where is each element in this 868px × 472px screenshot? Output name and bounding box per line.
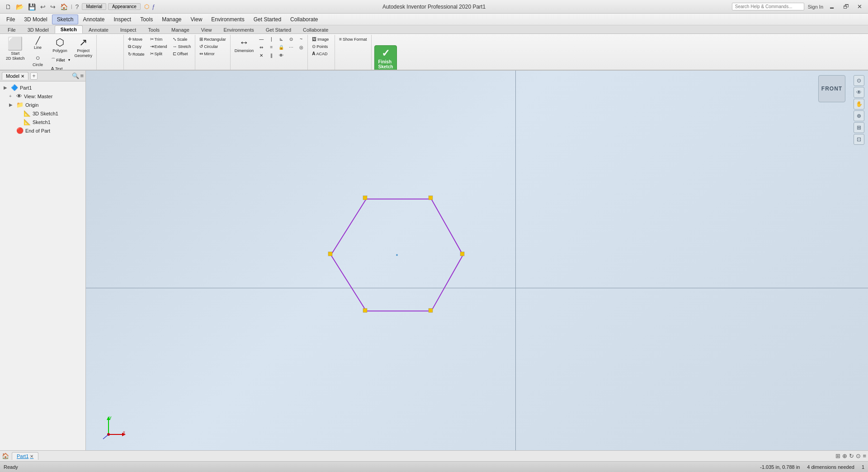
model-tab[interactable]: Model ✕ — [2, 72, 28, 80]
mirror-button[interactable]: ⇔Mirror — [197, 50, 228, 57]
ribbon-tab-view[interactable]: View — [195, 26, 218, 33]
line-button[interactable]: ╱ Line — [28, 36, 48, 52]
ribbon-tab-tools[interactable]: Tools — [142, 26, 165, 33]
menu-item-environments[interactable]: Environments — [207, 15, 249, 24]
material-dropdown[interactable]: Material — [82, 3, 106, 10]
menu-item-get-started[interactable]: Get Started — [249, 15, 286, 24]
start-2d-sketch-button[interactable]: ⬜ Start2D Sketch — [4, 36, 27, 63]
appearance-dropdown[interactable]: Appearance — [108, 3, 141, 10]
tree-options-icon[interactable]: ≡ — [80, 72, 84, 79]
ribbon-tab-file[interactable]: File — [2, 26, 22, 33]
menu-item-3d-model[interactable]: 3D Model — [19, 15, 52, 24]
move-button[interactable]: ✛Move — [126, 36, 147, 43]
ribbon-tab-sketch[interactable]: Sketch — [55, 25, 83, 33]
ribbon-tab-collaborate[interactable]: Collaborate — [297, 26, 334, 33]
image-button[interactable]: 🖼Image — [310, 36, 331, 43]
restore-button[interactable]: 🗗 — [841, 2, 851, 11]
project-geometry-button[interactable]: ↗ ProjectGeometry — [72, 36, 95, 60]
rotate-button[interactable]: ↻Rotate — [126, 51, 147, 57]
smooth-button[interactable]: ~ — [297, 36, 306, 43]
open-icon[interactable]: 📂 — [14, 2, 25, 11]
parallel-button[interactable]: ∥ — [267, 52, 276, 59]
model-tab-close[interactable]: ✕ — [21, 74, 24, 79]
trim-button[interactable]: ✂Trim — [148, 36, 170, 43]
fillet-arrow[interactable]: ▾ — [67, 57, 71, 63]
new-icon[interactable]: 🗋 — [4, 2, 13, 11]
tree-item-3d-sketch1[interactable]: 📐3D Sketch1 — [0, 109, 85, 118]
view-cube[interactable]: FRONT — [818, 75, 845, 102]
menu-item-tools[interactable]: Tools — [136, 15, 157, 24]
acad-button[interactable]: AACAD — [310, 50, 331, 57]
menu-item-manage[interactable]: Manage — [157, 15, 186, 24]
polygon-button[interactable]: ⬡ Polygon — [49, 36, 71, 55]
menu-item-file[interactable]: File — [2, 15, 19, 24]
menu-item-annotate[interactable]: Annotate — [78, 15, 109, 24]
menu-item-collaborate[interactable]: Collaborate — [286, 15, 322, 24]
ribbon-tab-environments[interactable]: Environments — [218, 26, 260, 33]
tree-expander-part1[interactable]: ▶ — [4, 85, 9, 90]
rotate-view-icon[interactable]: ↻ — [849, 453, 854, 459]
symmetric-button[interactable]: ⇔ — [257, 44, 266, 51]
ribbon-tab-3d-model[interactable]: 3D Model — [22, 26, 55, 33]
fix-button[interactable]: 🔒 — [277, 44, 286, 51]
show-format-button[interactable]: ≡Show Format — [337, 36, 369, 43]
tree-item-origin[interactable]: ▶📁Origin — [0, 100, 85, 109]
finish-sketch-button[interactable]: ✓ FinishSketch — [374, 45, 397, 71]
zoom-all-button[interactable]: ⊞ — [854, 122, 864, 133]
vertical-constraint-button[interactable]: | — [267, 36, 276, 43]
show-constraints-button[interactable]: 👁 — [277, 52, 286, 59]
close-button[interactable]: ✕ — [855, 2, 864, 11]
grid-icon[interactable]: ⊞ — [835, 453, 840, 459]
ribbon-tab-annotate[interactable]: Annotate — [83, 26, 114, 33]
zoom-button[interactable]: ⊕ — [854, 110, 864, 121]
search-tree-icon[interactable]: 🔍 — [72, 72, 79, 79]
fillet-main[interactable]: ⌒Fillet — [49, 56, 67, 64]
menu-item-sketch[interactable]: Sketch — [52, 14, 79, 24]
fillet-split-button[interactable]: ⌒Fillet ▾ — [49, 56, 71, 64]
offset-button[interactable]: ⊏Offset — [170, 50, 193, 57]
stretch-button[interactable]: ↔Stretch — [170, 43, 193, 50]
undo-icon[interactable]: ↩ — [39, 2, 47, 11]
ribbon-tab-manage[interactable]: Manage — [165, 26, 195, 33]
sign-in-button[interactable]: Sign In — [808, 4, 823, 10]
split-button[interactable]: ✂Split — [148, 50, 170, 57]
coincident-button[interactable]: ✕ — [257, 52, 266, 59]
horizontal-constraint-button[interactable]: — — [257, 36, 266, 43]
look-at-button[interactable]: 👁 — [854, 87, 864, 98]
part1-tab-close[interactable]: ✕ — [30, 454, 33, 459]
circular-button[interactable]: ↺Circular — [197, 43, 228, 50]
equal-button[interactable]: = — [267, 44, 276, 51]
tree-item-view-master[interactable]: +👁View: Master — [0, 92, 85, 100]
menu-item-inspect[interactable]: Inspect — [109, 15, 136, 24]
menu-item-view[interactable]: View — [186, 15, 207, 24]
tree-expander-view-master[interactable]: + — [9, 94, 14, 99]
home-icon[interactable]: 🏠 — [59, 2, 69, 11]
dimension-button[interactable]: ↔ Dimension — [232, 36, 256, 55]
tangent-button[interactable]: ⊙ — [287, 36, 296, 43]
perpendicular-button[interactable]: ⊾ — [277, 36, 286, 43]
tree-item-part1[interactable]: ▶🔷Part1 — [0, 83, 85, 92]
add-tab-button[interactable]: + — [30, 72, 38, 80]
save-icon[interactable]: 💾 — [27, 2, 37, 11]
tree-item-end-of-part[interactable]: 🔴End of Part — [0, 126, 85, 135]
pan-button[interactable]: ✋ — [854, 99, 864, 110]
orient-icon[interactable]: ⊙ — [856, 453, 861, 459]
points-button[interactable]: ⊙Points — [310, 43, 331, 50]
zoom-window-button[interactable]: ⊡ — [854, 134, 864, 145]
ribbon-tab-inspect[interactable]: Inspect — [114, 26, 142, 33]
collinear-button[interactable]: ⋯ — [287, 44, 296, 51]
orbit-button[interactable]: ⊙ — [854, 75, 864, 86]
scale-button[interactable]: ⤡Scale — [170, 36, 193, 43]
rectangular-button[interactable]: ⊞Rectangular — [197, 36, 228, 43]
tree-item-sketch1[interactable]: 📐Sketch1 — [0, 118, 85, 126]
concentric-button[interactable]: ◎ — [297, 44, 306, 51]
part1-bottom-tab[interactable]: Part1 ✕ — [12, 452, 38, 460]
circle-button[interactable]: ○ Circle — [28, 52, 48, 69]
snap-icon[interactable]: ⊕ — [842, 453, 847, 459]
ribbon-tab-get-started[interactable]: Get Started — [260, 26, 297, 33]
tree-expander-origin[interactable]: ▶ — [9, 102, 14, 107]
text-button[interactable]: A Text — [49, 65, 71, 71]
copy-button[interactable]: ⧉Copy — [126, 43, 147, 50]
help-icon[interactable]: ? — [74, 2, 80, 11]
home-bottom-icon[interactable]: 🏠 — [2, 453, 9, 459]
